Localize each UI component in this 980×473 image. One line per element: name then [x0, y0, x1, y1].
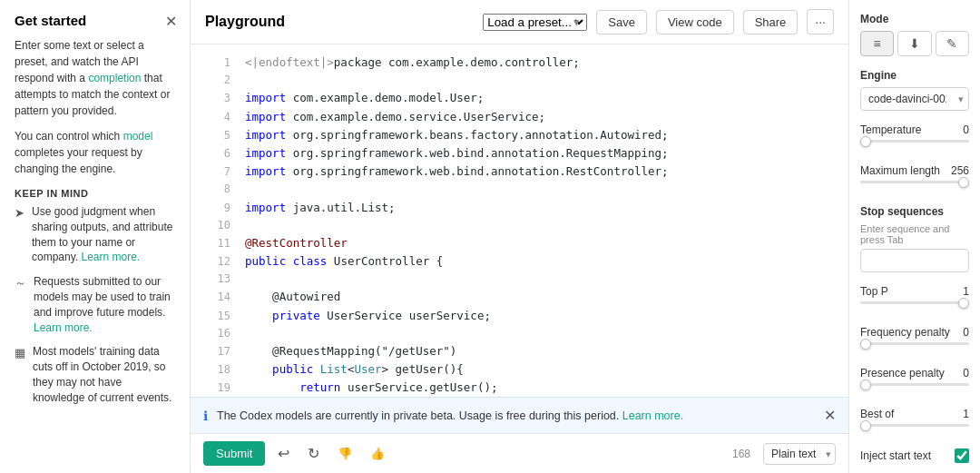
code-line: 17 @RequestMapping("/getUser") [191, 342, 848, 360]
learn-more-link-2[interactable]: Learn more. [34, 321, 93, 334]
presence-penalty-section: Presence penalty 0 [860, 367, 969, 395]
redo-button[interactable]: ↻ [302, 441, 325, 466]
line-number: 14 [205, 289, 230, 306]
line-number: 12 [205, 253, 230, 271]
learn-more-link-1[interactable]: Learn more. [81, 251, 140, 263]
stop-sequences-hint: Enter sequence and press Tab [860, 223, 969, 245]
code-line: 13 [191, 271, 848, 288]
sidebar: Get started ✕ Enter some text or select … [0, 0, 191, 473]
save-button[interactable]: Save [596, 10, 647, 34]
max-length-slider-thumb[interactable] [958, 177, 969, 188]
line-number: 6 [205, 145, 230, 163]
code-line: 3import com.example.demo.model.User; [191, 89, 848, 107]
completion-link[interactable]: completion [88, 72, 141, 84]
mode-buttons: ≡ ⬇ ✎ [860, 31, 969, 56]
tip3-icon: ▦ [15, 345, 25, 361]
top-p-value: 1 [963, 285, 969, 298]
info-message: The Codex models are currently in privat… [217, 409, 683, 422]
line-number: 4 [205, 109, 230, 126]
line-number: 2 [205, 72, 230, 89]
editor-area[interactable]: 1<|endoftext|>package com.example.demo.c… [191, 44, 848, 397]
line-content: public List<User> getUser(){ [245, 360, 464, 379]
tip-2: ～ Requests submitted to our models may b… [15, 274, 175, 335]
inject-checkbox[interactable] [955, 448, 969, 463]
top-p-slider-track [860, 301, 969, 304]
tip-1: ➤ Use good judgment when sharing outputs… [15, 204, 175, 265]
engine-select[interactable]: code-davinci-002 [860, 87, 969, 111]
temperature-section: Temperature 0 [860, 123, 969, 152]
line-number: 5 [205, 127, 230, 144]
line-number: 18 [205, 361, 230, 379]
info-bar: ℹ The Codex models are currently in priv… [191, 397, 848, 433]
tip1-icon: ➤ [15, 205, 24, 222]
code-line: 11@RestController [191, 234, 848, 252]
more-button[interactable]: ··· [807, 9, 834, 34]
line-content: import org.springframework.beans.factory… [245, 126, 669, 144]
preset-select[interactable]: Load a preset... [483, 14, 587, 31]
info-icon: ℹ [203, 409, 208, 423]
mode-insert-button[interactable]: ⬇ [897, 31, 931, 56]
line-content: <|endoftext|>package com.example.demo.co… [245, 54, 580, 72]
line-content: private UserService userService; [245, 307, 491, 325]
code-line: 10 [191, 217, 848, 234]
main-area: Playground Load a preset... Save View co… [191, 0, 848, 473]
plain-text-wrapper: Plain text [763, 443, 836, 465]
max-length-value: 256 [951, 164, 969, 177]
line-number: 3 [205, 90, 230, 107]
code-line: 6import org.springframework.web.bind.ann… [191, 144, 848, 163]
like-button[interactable]: 👍 [365, 443, 390, 464]
line-content: return userService.getUser(); [245, 379, 497, 397]
line-number: 13 [205, 271, 230, 288]
plain-text-select[interactable]: Plain text [763, 443, 836, 465]
presence-penalty-slider-thumb[interactable] [860, 379, 871, 390]
line-content: @RequestMapping("/getUser") [245, 342, 456, 360]
freq-penalty-label: Frequency penalty [860, 326, 950, 339]
line-number: 9 [205, 200, 230, 217]
line-number: 1 [205, 54, 230, 72]
top-p-slider-thumb[interactable] [958, 298, 969, 309]
freq-penalty-slider-thumb[interactable] [860, 339, 871, 350]
code-line: 1<|endoftext|>package com.example.demo.c… [191, 54, 848, 72]
best-of-slider-thumb[interactable] [860, 420, 871, 431]
line-number: 7 [205, 163, 230, 181]
line-content: @Autowired [245, 288, 340, 306]
code-line: 16 [191, 325, 848, 342]
temperature-slider-track [860, 140, 969, 143]
mode-edit-button[interactable]: ✎ [936, 31, 969, 56]
sidebar-desc2: You can control which model completes yo… [15, 128, 175, 177]
inject-section: Inject start text [860, 448, 969, 463]
max-length-section: Maximum length 256 [860, 164, 969, 192]
share-button[interactable]: Share [743, 10, 799, 34]
stop-sequences-input[interactable] [860, 249, 969, 272]
tip-3: ▦ Most models' training data cuts off in… [15, 344, 175, 405]
mode-label: Mode [860, 13, 969, 25]
top-p-section: Top P 1 [860, 285, 969, 313]
best-of-value: 1 [963, 408, 969, 420]
token-count: 168 [732, 448, 750, 460]
submit-button[interactable]: Submit [203, 441, 265, 466]
close-info-button[interactable]: ✕ [824, 407, 836, 424]
top-p-label: Top P [860, 285, 888, 298]
engine-label: Engine [860, 69, 969, 82]
engine-wrapper: code-davinci-002 [860, 87, 969, 111]
temperature-value: 0 [963, 123, 969, 136]
info-learn-more[interactable]: Learn more. [622, 409, 683, 422]
dislike-button[interactable]: 👎 [332, 443, 358, 464]
undo-button[interactable]: ↩ [272, 441, 295, 466]
mode-complete-button[interactable]: ≡ [860, 31, 894, 56]
inject-label: Inject start text [860, 449, 931, 462]
line-number: 17 [205, 343, 230, 360]
tips-list: ➤ Use good judgment when sharing outputs… [15, 204, 175, 406]
line-number: 15 [205, 308, 230, 325]
stop-sequences-label: Stop sequences [860, 205, 969, 218]
line-number: 10 [205, 217, 230, 234]
code-line: 7import org.springframework.web.bind.ann… [191, 163, 848, 181]
view-code-button[interactable]: View code [656, 10, 734, 34]
sidebar-title: Get started [15, 13, 175, 28]
close-sidebar-button[interactable]: ✕ [165, 13, 177, 30]
header: Playground Load a preset... Save View co… [191, 0, 848, 44]
code-line: 2 [191, 72, 848, 89]
temperature-slider-thumb[interactable] [860, 136, 871, 147]
model-link[interactable]: model [123, 130, 153, 143]
sidebar-desc1: Enter some text or select a preset, and … [15, 37, 175, 119]
